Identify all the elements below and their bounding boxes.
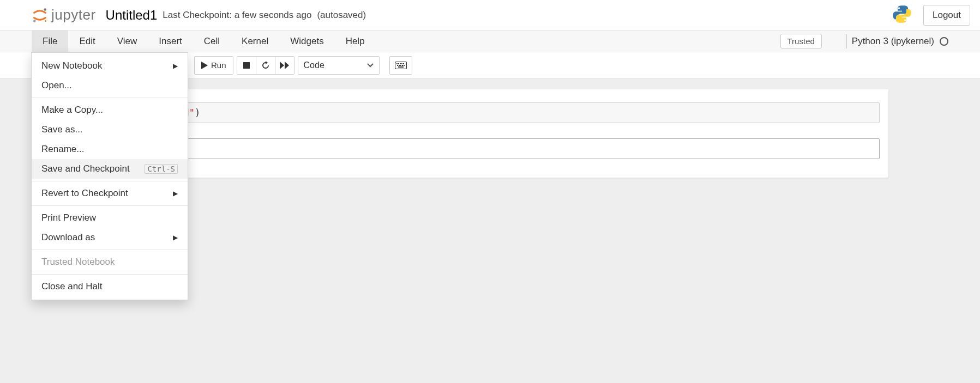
interrupt-button[interactable] bbox=[237, 56, 256, 75]
menu-help[interactable]: Help bbox=[335, 31, 376, 52]
dropdown-item[interactable]: Print Preview bbox=[32, 208, 188, 228]
autosave-status: (autosaved) bbox=[317, 10, 366, 21]
restart-button[interactable] bbox=[256, 56, 275, 75]
dropdown-separator bbox=[32, 98, 188, 98]
svg-marker-5 bbox=[201, 62, 208, 69]
cell-type-select[interactable]: Code bbox=[298, 56, 380, 75]
logout-button[interactable]: Logout bbox=[923, 5, 970, 26]
caret-right-icon: ▶ bbox=[173, 62, 178, 70]
menu-kernel[interactable]: Kernel bbox=[231, 31, 279, 52]
code-cell[interactable] bbox=[95, 136, 885, 161]
dropdown-shortcut: Ctrl-S bbox=[145, 164, 178, 174]
svg-point-3 bbox=[898, 7, 900, 9]
svg-marker-8 bbox=[280, 62, 284, 69]
dropdown-item-label: Save and Checkpoint bbox=[41, 163, 130, 174]
menu-edit[interactable]: Edit bbox=[68, 31, 106, 52]
dropdown-item-label: Print Preview bbox=[41, 212, 96, 223]
cell-type-value: Code bbox=[304, 60, 324, 70]
svg-rect-17 bbox=[399, 65, 400, 66]
cell-input[interactable]: World") bbox=[155, 102, 880, 123]
dropdown-item-label: Rename... bbox=[41, 144, 84, 155]
svg-point-0 bbox=[44, 8, 47, 11]
svg-rect-6 bbox=[243, 62, 250, 69]
dropdown-item[interactable]: Save and CheckpointCtrl-S bbox=[32, 159, 188, 179]
cell-input[interactable] bbox=[155, 138, 880, 159]
dropdown-item[interactable]: New Notebook▶ bbox=[32, 56, 188, 76]
restart-icon bbox=[261, 61, 270, 70]
svg-rect-16 bbox=[397, 65, 398, 66]
code-fragment: ) bbox=[195, 107, 200, 118]
jupyter-logo[interactable]: jupyter bbox=[32, 7, 96, 23]
dropdown-item[interactable]: Make a Copy... bbox=[32, 100, 188, 120]
python-logo-icon bbox=[892, 4, 912, 26]
dropdown-item[interactable]: Open... bbox=[32, 76, 188, 95]
run-label: Run bbox=[211, 60, 226, 70]
fast-forward-icon bbox=[280, 62, 290, 69]
restart-run-all-button[interactable] bbox=[275, 56, 294, 75]
svg-rect-20 bbox=[404, 65, 405, 66]
dropdown-item-label: New Notebook bbox=[41, 60, 103, 71]
file-dropdown-menu: New Notebook▶Open...Make a Copy...Save a… bbox=[31, 52, 188, 300]
dropdown-item: Trusted Notebook bbox=[32, 252, 188, 272]
dropdown-item[interactable]: Rename... bbox=[32, 139, 188, 159]
svg-rect-11 bbox=[396, 63, 398, 64]
svg-rect-18 bbox=[400, 65, 401, 66]
dropdown-item-label: Open... bbox=[41, 80, 72, 91]
svg-marker-7 bbox=[266, 61, 268, 64]
notebook-title[interactable]: Untitled1 bbox=[106, 8, 158, 23]
run-button[interactable]: Run bbox=[194, 56, 233, 75]
code-cell[interactable]: World") bbox=[95, 100, 885, 125]
svg-rect-12 bbox=[398, 63, 399, 64]
svg-rect-14 bbox=[401, 63, 402, 64]
svg-rect-13 bbox=[400, 63, 401, 64]
menu-file[interactable]: File bbox=[32, 31, 68, 52]
svg-rect-21 bbox=[398, 66, 404, 68]
dropdown-item-label: Save as... bbox=[41, 124, 83, 135]
dropdown-item[interactable]: Download as▶ bbox=[32, 228, 188, 247]
menu-cell[interactable]: Cell bbox=[193, 31, 231, 52]
dropdown-separator bbox=[32, 250, 188, 250]
dropdown-item-label: Make a Copy... bbox=[41, 105, 103, 115]
svg-point-4 bbox=[904, 20, 906, 21]
chevron-down-icon bbox=[367, 63, 374, 68]
dropdown-item-label: Trusted Notebook bbox=[41, 257, 115, 268]
kernel-indicator[interactable]: Python 3 (ipykernel) bbox=[846, 34, 948, 48]
dropdown-item-label: Close and Halt bbox=[41, 281, 103, 292]
stop-icon bbox=[243, 62, 250, 69]
trusted-indicator[interactable]: Trusted bbox=[780, 34, 822, 48]
keyboard-icon bbox=[395, 62, 407, 69]
caret-right-icon: ▶ bbox=[173, 190, 178, 197]
jupyter-icon bbox=[32, 7, 48, 23]
jupyter-brand-text: jupyter bbox=[51, 7, 96, 23]
dropdown-item[interactable]: Revert to Checkpoint▶ bbox=[32, 184, 188, 203]
svg-marker-9 bbox=[285, 62, 289, 69]
dropdown-separator bbox=[32, 274, 188, 275]
menu-view[interactable]: View bbox=[106, 31, 148, 52]
play-icon bbox=[201, 62, 208, 69]
svg-rect-19 bbox=[402, 65, 403, 66]
kernel-status-icon bbox=[940, 37, 948, 46]
header: jupyter Untitled1 Last Checkpoint: a few… bbox=[0, 0, 980, 31]
svg-rect-15 bbox=[403, 63, 404, 64]
dropdown-item[interactable]: Close and Halt bbox=[32, 277, 188, 296]
menu-widgets[interactable]: Widgets bbox=[279, 31, 334, 52]
dropdown-item[interactable]: Save as... bbox=[32, 120, 188, 139]
menubar: File Edit View Insert Cell Kernel Widget… bbox=[0, 31, 980, 52]
dropdown-item-label: Revert to Checkpoint bbox=[41, 188, 128, 199]
menu-insert[interactable]: Insert bbox=[148, 31, 193, 52]
notebook-container: World") bbox=[92, 89, 888, 178]
command-palette-button[interactable] bbox=[389, 56, 412, 75]
dropdown-item-label: Download as bbox=[41, 232, 95, 243]
checkpoint-status: Last Checkpoint: a few seconds ago bbox=[163, 10, 311, 21]
svg-point-1 bbox=[33, 20, 36, 22]
svg-point-2 bbox=[45, 20, 46, 22]
dropdown-separator bbox=[32, 205, 188, 206]
dropdown-separator bbox=[32, 181, 188, 181]
kernel-name: Python 3 (ipykernel) bbox=[852, 36, 934, 47]
caret-right-icon: ▶ bbox=[173, 234, 178, 241]
